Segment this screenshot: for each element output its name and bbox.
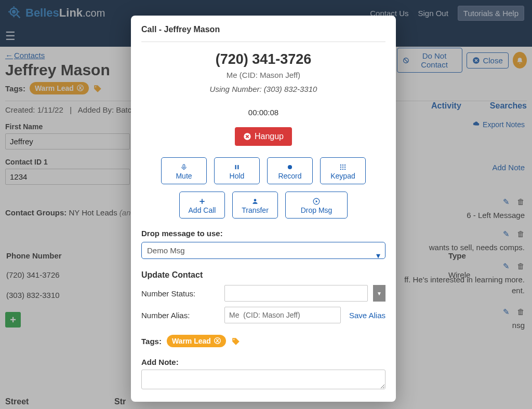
drop-message-select[interactable]: Demo Msg (141, 242, 385, 259)
update-contact-heading: Update Contact (141, 270, 385, 280)
add-note-label: Add Note: (141, 358, 385, 366)
play-circle-icon (313, 196, 320, 204)
number-alias-label: Number Alias: (141, 311, 219, 320)
number-status-label: Number Status: (141, 289, 219, 298)
modal-title: Call - Jeffrey Mason (141, 25, 385, 42)
person-icon (251, 196, 259, 204)
close-circle-icon (243, 132, 251, 141)
tag-add-icon[interactable] (231, 336, 241, 347)
modal-tag-pill[interactable]: Warm Lead ⓧ (167, 335, 226, 347)
record-icon (286, 161, 294, 170)
number-alias-input[interactable] (224, 307, 341, 323)
plus-icon (198, 196, 206, 204)
add-note-textarea[interactable] (141, 370, 385, 389)
keypad-icon (339, 161, 347, 170)
number-status-row: Number Status: ▼ (141, 285, 385, 302)
call-timer: 00:00:08 (141, 108, 385, 117)
pause-icon (233, 161, 241, 170)
svg-point-20 (340, 164, 341, 165)
svg-point-27 (342, 168, 343, 169)
call-button-grid: Mute Hold Record Keypad Add Call Transfe… (141, 157, 385, 219)
svg-rect-17 (235, 165, 236, 169)
drop-message-label: Drop message to use: (141, 229, 385, 238)
modal-tags-row: Tags: Warm Lead ⓧ (141, 335, 385, 347)
call-cid: Me (CID: Mason Jeff) (141, 71, 385, 79)
hold-button[interactable]: Hold (214, 157, 260, 184)
svg-rect-16 (183, 164, 185, 167)
save-alias-link[interactable]: Save Alias (349, 311, 385, 320)
svg-point-25 (344, 166, 345, 167)
call-modal: Call - Jeffrey Mason (720) 341-3726 Me (… (131, 16, 396, 402)
number-status-select[interactable] (224, 285, 368, 302)
tag-remove-icon[interactable]: ⓧ (214, 336, 221, 346)
drop-msg-button[interactable]: Drop Msg (285, 192, 348, 219)
svg-point-33 (233, 339, 234, 340)
keypad-button[interactable]: Keypad (320, 157, 366, 184)
svg-point-31 (254, 199, 257, 201)
svg-point-21 (342, 164, 343, 165)
chevron-down-icon[interactable]: ▼ (373, 285, 385, 302)
add-call-button[interactable]: Add Call (179, 192, 225, 219)
svg-point-24 (342, 166, 343, 167)
svg-point-28 (344, 168, 345, 169)
svg-point-22 (344, 164, 345, 165)
svg-point-26 (340, 168, 341, 169)
mute-button[interactable]: Mute (161, 157, 207, 184)
svg-point-19 (288, 165, 292, 169)
mic-icon (180, 161, 188, 170)
number-alias-row: Number Alias: Save Alias (141, 307, 385, 323)
hangup-button[interactable]: Hangup (235, 127, 292, 146)
modal-tags-label: Tags: (141, 337, 162, 346)
call-phone-number: (720) 341-3726 (141, 51, 385, 67)
svg-point-23 (340, 166, 341, 167)
svg-rect-18 (237, 165, 238, 169)
transfer-button[interactable]: Transfer (232, 192, 278, 219)
call-using-number: Using Number: (303) 832-3310 (141, 85, 385, 93)
record-button[interactable]: Record (267, 157, 313, 184)
